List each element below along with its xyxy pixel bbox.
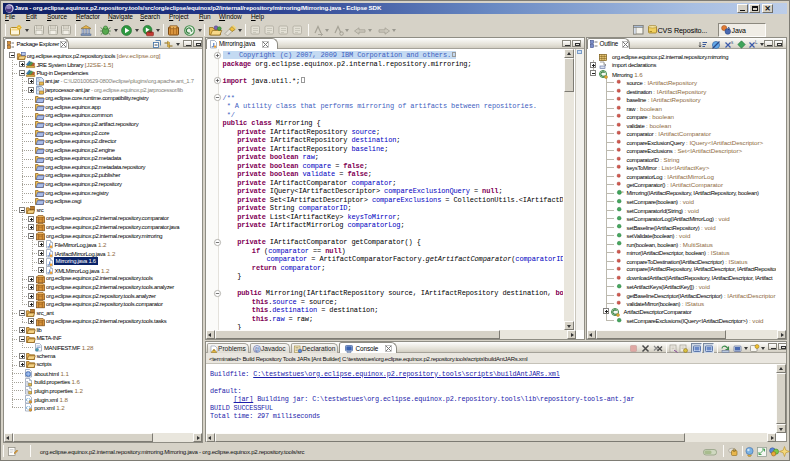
svg-text:c: c [622, 189, 624, 194]
svg-text:@: @ [254, 346, 260, 352]
